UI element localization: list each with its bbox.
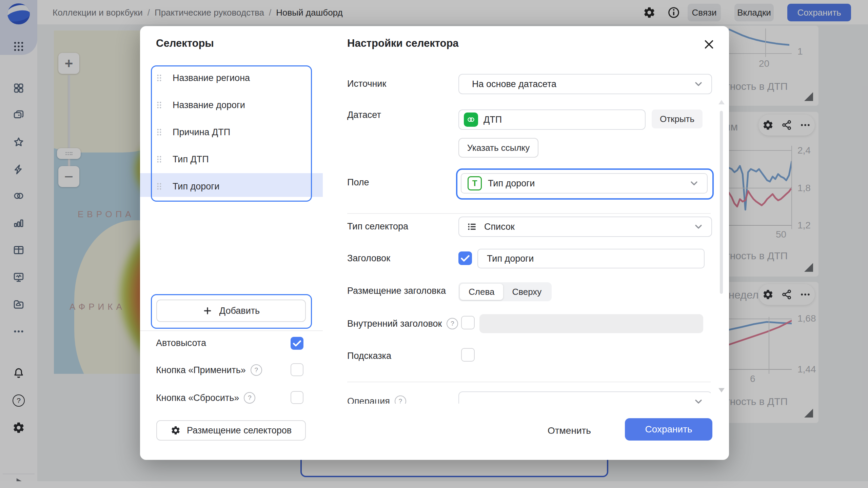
left-panel-divider	[140, 330, 323, 331]
drag-handle-icon[interactable]	[155, 100, 164, 110]
hint-label: Подсказка	[347, 351, 391, 361]
chevron-down-icon	[693, 221, 704, 232]
placement-option-top[interactable]: Сверху	[503, 284, 550, 300]
autoheight-checkbox[interactable]	[291, 337, 303, 350]
reset-button-label: Кнопка «Сбросить»?	[156, 392, 255, 404]
dataset-icon	[464, 113, 478, 127]
dataset-venn-icon	[467, 115, 475, 124]
scroll-down-arrow[interactable]	[718, 388, 725, 392]
apply-help-icon[interactable]: ?	[251, 364, 262, 376]
source-select[interactable]: На основе датасета	[458, 74, 712, 94]
dataset-field[interactable]: ДТП	[458, 109, 646, 130]
settings-divider-2	[347, 382, 711, 382]
inner-header-input-disabled	[479, 314, 703, 333]
check-icon	[291, 338, 303, 349]
apply-button-checkbox[interactable]	[291, 363, 303, 376]
hint-checkbox[interactable]	[461, 348, 475, 362]
title-placement-segmented: Слева Сверху	[458, 282, 552, 301]
selectors-panel-title: Селекторы	[156, 37, 214, 49]
dataset-label: Датасет	[347, 110, 381, 120]
field-select[interactable]: T Тип дороги	[461, 173, 708, 194]
reset-button-checkbox[interactable]	[291, 391, 303, 404]
field-type-string-icon: T	[468, 176, 482, 190]
inner-header-checkbox[interactable]	[461, 316, 475, 329]
selector-type-select[interactable]: Список	[458, 217, 712, 237]
operation-help-icon[interactable]: ?	[395, 395, 406, 404]
selector-list-item[interactable]: Название региона	[155, 66, 250, 90]
selector-list-item[interactable]: Тип ДТП	[155, 147, 209, 171]
selector-settings-modal: Селекторы Название региона Название доро…	[140, 26, 729, 460]
placement-gear-icon	[171, 425, 181, 435]
operation-select[interactable]	[458, 391, 711, 404]
drag-handle-icon[interactable]	[155, 73, 164, 83]
settings-panel-title: Настройки селектора	[347, 37, 459, 49]
save-selector-button[interactable]: Сохранить	[625, 418, 712, 441]
drag-handle-icon[interactable]	[155, 155, 164, 164]
selector-list-item-selected[interactable]: Тип дороги	[155, 175, 219, 198]
chevron-down-icon	[693, 79, 704, 89]
open-dataset-button[interactable]: Открыть	[652, 109, 703, 128]
selector-list-item[interactable]: Причина ДТП	[155, 120, 230, 144]
settings-divider	[347, 213, 711, 214]
operation-label: Операция?	[347, 395, 406, 404]
close-icon[interactable]	[703, 38, 715, 50]
field-label: Поле	[347, 177, 369, 188]
drag-handle-icon[interactable]	[155, 127, 164, 137]
selectors-placement-button[interactable]: Размещение селекторов	[156, 420, 306, 441]
scroll-up-arrow[interactable]	[718, 100, 725, 104]
title-placement-label: Размещение заголовка	[347, 286, 446, 296]
autoheight-label: Автовысота	[156, 338, 206, 348]
chevron-down-icon	[689, 178, 699, 189]
add-selector-button[interactable]: Добавить	[156, 300, 306, 322]
apply-button-label: Кнопка «Применить»?	[156, 364, 262, 376]
operation-row-clipped: Операция?	[347, 386, 711, 404]
header-checkbox[interactable]	[458, 251, 472, 265]
scrollbar-thumb[interactable]	[720, 111, 723, 294]
inner-header-label: Внутренний заголовок?	[347, 318, 458, 329]
cancel-button[interactable]: Отменить	[548, 425, 591, 436]
specify-link-button[interactable]: Указать ссылку	[458, 138, 538, 158]
check-icon	[459, 252, 471, 264]
selector-type-label: Тип селектора	[347, 221, 408, 232]
screen: Коллекции и воркбуки/Практические руково…	[0, 0, 868, 488]
reset-help-icon[interactable]: ?	[244, 392, 255, 404]
source-label: Источник	[347, 79, 386, 89]
header-text-input[interactable]: Тип дороги	[477, 249, 705, 268]
chevron-down-icon	[693, 396, 704, 404]
selector-list-item[interactable]: Название дороги	[155, 93, 245, 117]
header-label: Заголовок	[347, 253, 390, 264]
placement-option-left[interactable]: Слева	[460, 284, 503, 300]
drag-handle-icon[interactable]	[155, 182, 164, 191]
inner-header-help-icon[interactable]: ?	[447, 318, 458, 329]
list-icon	[467, 221, 477, 232]
plus-icon	[202, 306, 213, 316]
